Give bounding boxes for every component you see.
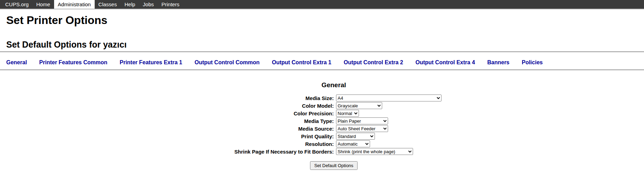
resolution-label: Resolution: <box>222 140 334 148</box>
tab-printer-features-extra-1[interactable]: Printer Features Extra 1 <box>120 59 182 66</box>
nav-item-classes[interactable]: Classes <box>95 0 121 9</box>
media-type-select[interactable]: Plain Paper <box>336 117 388 124</box>
submit-row: Set Default Options <box>222 161 446 170</box>
nav-item-home[interactable]: Home <box>33 0 54 9</box>
color-model-label: Color Model: <box>222 102 334 109</box>
option-row: Media Size: A4 <box>222 94 446 102</box>
tab-policies[interactable]: Policies <box>522 59 542 66</box>
general-options-form: General Media Size: A4 Color Model: Gray… <box>222 81 446 170</box>
media-source-label: Media Source: <box>222 125 334 132</box>
option-row: Resolution: Automatic <box>222 140 446 148</box>
set-default-options-button[interactable]: Set Default Options <box>310 161 358 170</box>
tab-banners[interactable]: Banners <box>487 59 509 66</box>
color-model-select[interactable]: Grayscale <box>336 102 382 109</box>
color-precision-select[interactable]: Normal <box>336 110 359 117</box>
option-row: Media Type: Plain Paper <box>222 117 446 125</box>
tab-output-control-extra-2[interactable]: Output Control Extra 2 <box>344 59 403 66</box>
nav-item-printers[interactable]: Printers <box>158 0 183 9</box>
resolution-select[interactable]: Automatic <box>336 140 370 147</box>
nav-item-jobs[interactable]: Jobs <box>139 0 158 9</box>
page-title: Set Printer Options <box>0 14 644 27</box>
media-size-label: Media Size: <box>222 94 334 102</box>
options-table: Media Size: A4 Color Model: Grayscale Co… <box>222 94 446 155</box>
tab-general[interactable]: General <box>6 59 27 66</box>
option-row: Color Precision: Normal <box>222 109 446 117</box>
option-row: Shrink Page If Necessary to Fit Borders:… <box>222 148 446 155</box>
tab-output-control-extra-4[interactable]: Output Control Extra 4 <box>415 59 475 66</box>
printer-subtitle: Set Default Options for yazıcı <box>0 40 644 52</box>
option-row: Media Source: Auto Sheet Feeder <box>222 125 446 132</box>
media-type-label: Media Type: <box>222 117 334 125</box>
top-navbar: CUPS.org Home Administration Classes Hel… <box>0 0 644 9</box>
shrink-page-label: Shrink Page If Necessary to Fit Borders: <box>222 148 334 155</box>
option-row: Color Model: Grayscale <box>222 102 446 109</box>
nav-item-administration[interactable]: Administration <box>54 0 95 9</box>
nav-item-help[interactable]: Help <box>121 0 139 9</box>
form-section-title: General <box>222 81 446 89</box>
shrink-page-select[interactable]: Shrink (print the whole page) <box>336 148 413 155</box>
option-row: Print Quality: Standard <box>222 132 446 140</box>
print-quality-label: Print Quality: <box>222 132 334 140</box>
tab-output-control-extra-1[interactable]: Output Control Extra 1 <box>272 59 332 66</box>
media-source-select[interactable]: Auto Sheet Feeder <box>336 125 388 132</box>
color-precision-label: Color Precision: <box>222 109 334 117</box>
option-group-tabs: General Printer Features Common Printer … <box>0 52 644 70</box>
tab-output-control-common[interactable]: Output Control Common <box>195 59 260 66</box>
print-quality-select[interactable]: Standard <box>336 133 375 140</box>
tab-printer-features-common[interactable]: Printer Features Common <box>39 59 107 66</box>
media-size-select[interactable]: A4 <box>336 94 441 101</box>
nav-item-cups-org[interactable]: CUPS.org <box>1 0 33 9</box>
